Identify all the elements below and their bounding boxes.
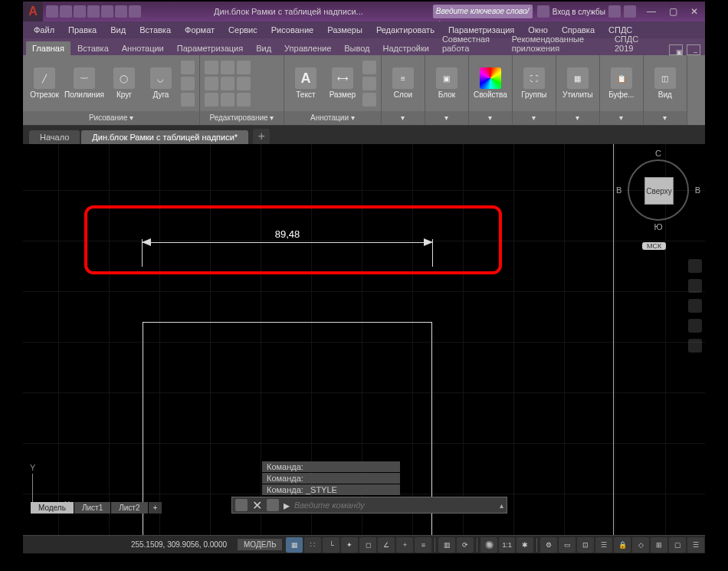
status-cycle-icon[interactable]: ⟳	[457, 537, 474, 553]
ribtab-manage[interactable]: Управление	[278, 41, 337, 55]
status-qp-icon[interactable]: ☰	[595, 537, 612, 553]
status-units-icon[interactable]: ⊡	[577, 537, 594, 553]
status-osnap-icon[interactable]: ◻	[359, 537, 376, 553]
close-button[interactable]: ✕	[684, 2, 705, 21]
status-coords[interactable]: 255.1509, 309.9056, 0.0000	[123, 540, 234, 549]
menu-draw[interactable]: Рисование	[265, 24, 320, 36]
tool-hatch-icon[interactable]	[181, 77, 195, 90]
status-dyn-icon[interactable]: +	[396, 537, 413, 553]
viewcube-wcs-label[interactable]: МСК	[642, 242, 666, 250]
app-logo-icon[interactable]: A	[23, 2, 43, 21]
tool-ellipse-icon[interactable]	[181, 93, 195, 107]
status-ortho-icon[interactable]: └	[323, 537, 339, 553]
status-otrack-icon[interactable]: ∠	[378, 537, 395, 553]
layout-sheet2[interactable]: Лист2	[111, 502, 147, 514]
help-icon[interactable]	[624, 5, 636, 18]
status-iso-icon[interactable]: ◇	[632, 537, 649, 553]
ribtab-view[interactable]: Вид	[250, 41, 277, 55]
layout-sheet1[interactable]: Лист1	[74, 502, 110, 514]
tool-clipboard[interactable]: 📋Буфе...	[605, 67, 638, 99]
status-monitor-icon[interactable]: ▭	[559, 537, 576, 553]
ribtab-spds[interactable]: СПДС 2019	[608, 32, 654, 55]
menu-insert[interactable]: Вставка	[133, 24, 177, 36]
qat-open-icon[interactable]	[60, 5, 72, 18]
tool-mtext-icon[interactable]	[362, 93, 376, 107]
status-snap-icon[interactable]: ⸬	[304, 537, 321, 553]
ribtab-param[interactable]: Параметризация	[171, 41, 249, 55]
qat-saveas-icon[interactable]	[87, 5, 100, 18]
qat-plot-icon[interactable]	[101, 5, 113, 18]
tool-fillet-icon[interactable]	[237, 77, 251, 90]
doctab-add-button[interactable]: +	[253, 129, 270, 144]
ribtab-output[interactable]: Вывод	[338, 41, 375, 55]
menu-dims[interactable]: Размеры	[321, 24, 369, 36]
tool-arc[interactable]: ◡Дуга	[144, 67, 178, 99]
tool-leader-icon[interactable]	[362, 61, 376, 74]
panel-modify-label[interactable]: Редактирование ▾	[200, 111, 284, 125]
layout-model[interactable]: Модель	[31, 502, 74, 514]
ribtab-home[interactable]: Главная	[26, 41, 71, 55]
ribtab-insert[interactable]: Вставка	[71, 41, 115, 55]
status-lwt-icon[interactable]: ≡	[415, 537, 431, 553]
qat-new-icon[interactable]	[46, 5, 58, 18]
tool-scale-icon[interactable]	[221, 93, 234, 107]
nav-wheel-icon[interactable]	[688, 259, 702, 273]
minimize-button[interactable]: —	[641, 2, 662, 21]
ribtab-addins[interactable]: Надстройки	[377, 41, 435, 55]
tool-move-icon[interactable]	[205, 61, 218, 74]
tool-groups[interactable]: ⛶Группы	[517, 67, 551, 99]
status-clean-icon[interactable]: ▢	[669, 537, 686, 553]
status-polar-icon[interactable]: ✦	[341, 537, 358, 553]
signin-label[interactable]: Вход в службы	[553, 8, 605, 16]
tool-utils[interactable]: ▦Утилиты	[561, 67, 595, 99]
tool-copy-icon[interactable]	[205, 77, 218, 90]
panel-annot-label[interactable]: Аннотации ▾	[284, 111, 381, 125]
tool-polyline[interactable]: 〰Полилиния	[64, 67, 104, 99]
signin-icon[interactable]	[537, 5, 549, 18]
status-space[interactable]: МОДЕЛЬ	[238, 539, 282, 550]
viewcube-east[interactable]: В	[616, 185, 621, 195]
tool-rect-icon[interactable]	[181, 61, 195, 74]
linear-dimension[interactable]: 89,48	[142, 233, 433, 248]
tool-trim-icon[interactable]	[237, 61, 251, 74]
status-grid-icon[interactable]: ▦	[286, 537, 303, 553]
tool-text[interactable]: AТекст	[289, 67, 323, 99]
tool-rotate-icon[interactable]	[221, 61, 234, 74]
ribbon-help-icon[interactable]: –	[687, 44, 700, 55]
layout-add-button[interactable]: +	[149, 502, 162, 514]
doctab-current[interactable]: Дин.блок Рамки с таблицей надписи*	[81, 130, 248, 144]
maximize-button[interactable]: ▢	[662, 2, 684, 21]
status-custom-icon[interactable]: ☰	[687, 537, 704, 553]
menu-service[interactable]: Сервис	[222, 24, 264, 36]
command-line[interactable]: ✕ ▸ ▴	[231, 497, 507, 514]
viewcube-top-face[interactable]: Сверху	[644, 177, 674, 205]
status-trans-icon[interactable]: ▥	[438, 537, 455, 553]
menu-edit[interactable]: Правка	[62, 24, 103, 36]
qat-save-icon[interactable]	[74, 5, 86, 18]
tool-stretch-icon[interactable]	[205, 93, 218, 107]
tool-dimension[interactable]: ⟷Размер	[326, 67, 359, 99]
drawing-canvas[interactable]: 89,48 X Y С Ю В В Сверху МСК Команда: Ко…	[23, 144, 705, 535]
tool-layers[interactable]: ≡Слои	[386, 67, 420, 99]
status-hw-icon[interactable]: ⊞	[651, 537, 667, 553]
exchange-icon[interactable]	[608, 5, 621, 18]
menu-format[interactable]: Формат	[179, 24, 221, 36]
ribbon-minimize-icon[interactable]: ▣	[669, 44, 683, 55]
status-lock-icon[interactable]: 🔒	[614, 537, 631, 553]
nav-showmotion-icon[interactable]	[688, 339, 702, 353]
dim-value[interactable]: 89,48	[271, 228, 305, 240]
cmdline-handle-icon[interactable]	[235, 499, 248, 511]
status-annovis-icon[interactable]: ✱	[516, 537, 533, 553]
menu-modify[interactable]: Редактировать	[370, 24, 441, 36]
viewcube-west[interactable]: В	[695, 185, 700, 195]
ribtab-annot[interactable]: Аннотации	[116, 41, 170, 55]
tool-array-icon[interactable]	[237, 93, 251, 107]
ribtab-featured[interactable]: Рекомендованные приложения	[506, 32, 608, 55]
tool-table-icon[interactable]	[362, 77, 376, 90]
viewcube-south[interactable]: Ю	[624, 222, 693, 231]
nav-pan-icon[interactable]	[688, 279, 702, 293]
qat-redo-icon[interactable]	[129, 5, 141, 18]
cmdline-recent-icon[interactable]: ▴	[500, 501, 503, 510]
ribtab-collab[interactable]: Совместная работа	[436, 32, 505, 55]
qat-undo-icon[interactable]	[115, 5, 127, 18]
